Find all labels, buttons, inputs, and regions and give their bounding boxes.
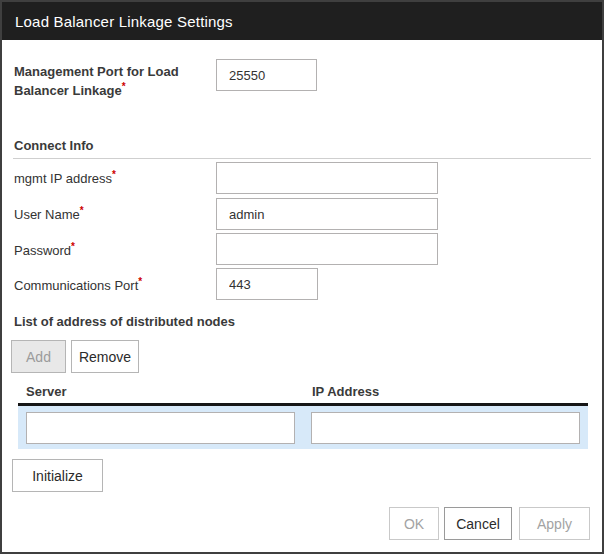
row-server-input[interactable] <box>26 412 295 444</box>
required-marker: * <box>80 205 84 216</box>
communications-port-input[interactable] <box>216 268 318 300</box>
row-ip-address-input[interactable] <box>311 412 580 444</box>
required-marker: * <box>71 241 75 252</box>
required-marker: * <box>112 169 116 180</box>
password-input[interactable] <box>216 233 438 265</box>
load-balancer-linkage-settings-dialog: Load Balancer Linkage Settings Managemen… <box>0 0 604 554</box>
dialog-titlebar: Load Balancer Linkage Settings <box>2 2 602 40</box>
password-label: Password* <box>14 243 75 258</box>
communications-port-label: Communications Port* <box>14 278 142 293</box>
mgmt-ip-address-input[interactable] <box>216 162 438 194</box>
management-port-label: Management Port for Load Balancer Linkag… <box>14 62 204 100</box>
add-button[interactable]: Add <box>11 340 66 373</box>
connect-info-divider <box>13 158 591 159</box>
initialize-button[interactable]: Initialize <box>12 459 103 492</box>
connect-info-heading: Connect Info <box>14 138 93 153</box>
management-port-input[interactable] <box>216 59 317 91</box>
cancel-button[interactable]: Cancel <box>444 507 512 540</box>
dialog-title: Load Balancer Linkage Settings <box>15 13 233 30</box>
distributed-nodes-heading: List of address of distributed nodes <box>14 314 235 329</box>
table-column-header-ip-address: IP Address <box>312 384 379 399</box>
user-name-label: User Name* <box>14 207 84 222</box>
remove-button[interactable]: Remove <box>71 340 139 373</box>
mgmt-ip-address-label: mgmt IP address* <box>14 171 116 186</box>
table-column-header-server: Server <box>26 384 66 399</box>
user-name-input[interactable] <box>216 198 438 230</box>
required-marker: * <box>122 81 126 92</box>
required-marker: * <box>138 276 142 287</box>
apply-button[interactable]: Apply <box>519 507 590 540</box>
ok-button[interactable]: OK <box>389 507 439 540</box>
